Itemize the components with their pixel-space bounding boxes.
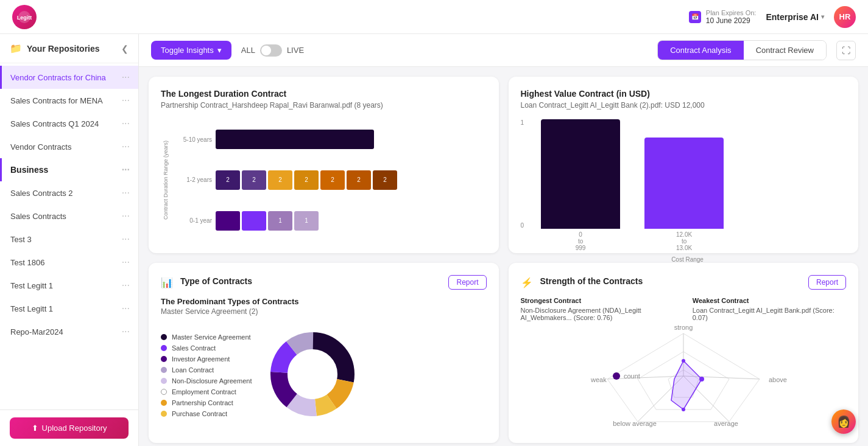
donut-chart [264, 326, 361, 425]
sidebar-item-business[interactable]: Business ··· [0, 158, 138, 181]
value-bar-2 [644, 138, 724, 229]
ellipsis-icon[interactable]: ··· [122, 72, 130, 83]
value-card-subtitle: Loan Contract_Legitt AI_Legitt Bank (2).… [521, 101, 847, 110]
radar-chart: strong above average average below avera… [521, 321, 847, 431]
svg-point-21 [682, 408, 685, 411]
legend-label: Sales Contract [172, 344, 216, 352]
bar-label: 5-10 years [175, 136, 212, 143]
toggle-insights-label: Toggle Insights [161, 46, 214, 55]
calendar-icon: 📅 [689, 11, 701, 23]
folder-icon: 📁 [10, 43, 22, 54]
bar-label-1: 0 to 999 [576, 231, 586, 251]
legend-list: Master Service Agreement Sales Contract … [161, 333, 252, 417]
sidebar-item-label: Sales Contracts [10, 212, 66, 221]
ellipsis-icon[interactable]: ··· [122, 187, 130, 198]
legend-item: Purchase Contract [161, 410, 252, 417]
strength-icon: ⚡ [521, 277, 533, 288]
sidebar-collapse-button[interactable]: ❮ [121, 44, 129, 54]
sidebar-item-test3[interactable]: Test 3 ··· [0, 228, 138, 251]
legend-label: Master Service Agreement [172, 333, 251, 341]
legend-dot [161, 334, 167, 340]
all-live-toggle: ALL LIVE [241, 44, 304, 57]
y-axis-label: Contract Duration Range (years) [163, 141, 169, 220]
bar-row-1-2: 1-2 years 2 2 2 2 2 2 2 [175, 170, 487, 190]
upload-label: Upload Repository [42, 423, 107, 433]
radar-label-bottom-right: average [714, 420, 738, 427]
sidebar-item-sales-contracts[interactable]: Sales Contracts ··· [0, 204, 138, 228]
sidebar-title: Your Repositories [27, 44, 100, 54]
sidebar-item-sales-q1[interactable]: Sales Contracts Q1 2024 ··· [0, 112, 138, 135]
value-card-title: Highest Value Contract (in USD) [521, 89, 847, 99]
sidebar-item-vendor-contracts[interactable]: Vendor Contracts ··· [0, 135, 138, 158]
bar-block: 2 [373, 170, 397, 190]
strength-report-button[interactable]: Report [808, 275, 846, 290]
legend-dot [161, 356, 167, 362]
plan-text: Plan Expires On: 10 June 2029 [706, 9, 757, 25]
all-label: ALL [241, 46, 255, 55]
legend-label: Purchase Contract [172, 410, 227, 417]
ellipsis-icon[interactable]: ··· [122, 141, 130, 152]
ellipsis-icon[interactable]: ··· [122, 118, 130, 129]
sidebar-item-test-legitt-1b[interactable]: Test Legitt 1 ··· [0, 297, 138, 320]
legend-dot [161, 367, 167, 373]
live-toggle-switch[interactable] [260, 44, 282, 57]
tab-contract-analysis[interactable]: Contract Analysis [658, 41, 743, 60]
report-button[interactable]: Report [448, 275, 486, 290]
sidebar-item-label: Sales Contracts Q1 2024 [10, 119, 99, 128]
sidebar-list: Vendor Contracts for China ··· Sales Con… [0, 63, 138, 409]
sidebar-item-sales2[interactable]: Sales Contracts 2 ··· [0, 181, 138, 204]
sidebar-item-label: Vendor Contracts [10, 142, 71, 152]
fullscreen-button[interactable]: ⛶ [836, 41, 856, 60]
weakest-label: Weakest Contract [693, 297, 846, 304]
sidebar-item-label: Test Legitt 1 [10, 281, 53, 290]
upload-repository-button[interactable]: ⬆ Upload Repository [10, 417, 129, 439]
type-content: Master Service Agreement Sales Contract … [161, 326, 487, 425]
sidebar-upload-section: ⬆ Upload Repository [0, 409, 138, 446]
ellipsis-icon[interactable]: ··· [122, 326, 130, 337]
sidebar-item-label: Business [10, 165, 48, 175]
bar-row-5-10: 5-10 years [175, 130, 487, 149]
duration-card-title: The Longest Duration Contract [161, 89, 487, 99]
bar-block [216, 130, 374, 149]
sidebar-item-test-legitt-1a[interactable]: Test Legitt 1 ··· [0, 274, 138, 297]
bar-label: 1-2 years [175, 176, 212, 183]
strength-card-header: ⚡ Strength of the Contracts Report [521, 275, 847, 290]
ellipsis-icon[interactable]: ··· [122, 234, 130, 245]
bar-block [216, 211, 240, 231]
enterprise-dropdown[interactable]: Enterprise AI ▾ [766, 12, 824, 22]
sidebar-item-sales-mena[interactable]: Sales Contracts for MENA ··· [0, 89, 138, 112]
legend-item: Loan Contract [161, 366, 252, 374]
ellipsis-icon[interactable]: ··· [122, 257, 130, 268]
ellipsis-icon[interactable]: ··· [122, 211, 130, 221]
legend-item: Non-Disclosure Agreement [161, 377, 252, 385]
support-avatar[interactable]: 👩 [831, 409, 856, 434]
app-body: 📁 Your Repositories ❮ Vendor Contracts f… [0, 34, 868, 446]
tab-contract-review[interactable]: Contract Review [744, 41, 826, 60]
ellipsis-icon[interactable]: ··· [122, 280, 130, 291]
sidebar-item-label: Sales Contracts for MENA [10, 96, 103, 105]
bar-label: 0-1 year [175, 217, 212, 224]
bar-block: 2 [268, 170, 292, 190]
avatar[interactable]: HR [834, 6, 856, 28]
sidebar-item-label: Test 1806 [10, 258, 44, 267]
weakest-desc: Loan Contract_Legitt AI_Legitt Bank.pdf … [693, 307, 846, 321]
legend-label: Employment Contract [172, 388, 236, 395]
strongest-desc: Non-Disclosure Agreement (NDA)_Legitt AI… [521, 307, 674, 321]
main-content: Toggle Insights ▾ ALL LIVE Contract Anal… [139, 34, 868, 446]
plan-info: 📅 Plan Expires On: 10 June 2029 [689, 9, 757, 25]
sidebar-item-repo-mar2024[interactable]: Repo-Mar2024 ··· [0, 320, 138, 343]
ellipsis-icon[interactable]: ··· [122, 303, 130, 314]
ellipsis-icon[interactable]: ··· [122, 164, 130, 175]
sidebar-item-vendor-china[interactable]: Vendor Contracts for China ··· [0, 66, 138, 89]
legend-label: Non-Disclosure Agreement [172, 377, 252, 385]
bar-label-2: 12.0K to 13.0K [676, 231, 692, 251]
view-tabs: Contract Analysis Contract Review [657, 40, 827, 60]
sidebar: 📁 Your Repositories ❮ Vendor Contracts f… [0, 34, 139, 446]
toggle-insights-button[interactable]: Toggle Insights ▾ [151, 41, 231, 60]
live-label: LIVE [287, 46, 304, 55]
sidebar-item-label: Test Legitt 1 [10, 304, 53, 313]
ellipsis-icon[interactable]: ··· [122, 95, 130, 106]
radar-label-bottom-left: below average [613, 420, 657, 427]
svg-marker-18 [671, 361, 702, 409]
sidebar-item-test1806[interactable]: Test 1806 ··· [0, 251, 138, 274]
